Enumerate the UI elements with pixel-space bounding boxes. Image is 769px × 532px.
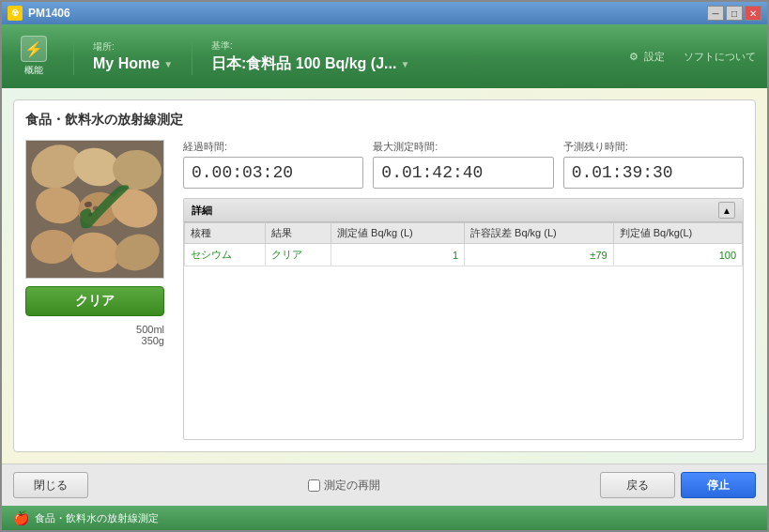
main-content: 食品・飲料水の放射線測定 bbox=[2, 88, 767, 464]
table-header-row: 核種 結果 測定値 Bq/kg (L) 許容誤差 Bq/kg (L) 判定値 B… bbox=[185, 223, 743, 244]
stop-button[interactable]: 停止 bbox=[681, 472, 756, 498]
about-section: ソフトについて bbox=[684, 50, 756, 64]
v-checkmark: ✓ bbox=[64, 166, 127, 253]
settings-label[interactable]: 設定 bbox=[644, 50, 665, 64]
volume-g: 350g bbox=[25, 335, 164, 346]
col-measured: 測定値 Bq/kg (L) bbox=[331, 223, 465, 244]
app-icon: ☢ bbox=[8, 6, 23, 21]
location-label: 場所: bbox=[93, 40, 173, 53]
cell-threshold: 100 bbox=[613, 244, 742, 266]
volume-ml: 500ml bbox=[25, 324, 164, 335]
details-header: 詳細 ▲ bbox=[184, 199, 743, 222]
remaining-label: 予測残り時間: bbox=[563, 140, 744, 154]
main-window: ☢ PM1406 ─ □ ✕ ⚡ 概能 場所: My Home ▼ 基準: 日本… bbox=[0, 0, 769, 532]
toolbar-sep1 bbox=[73, 38, 74, 75]
settings-section: ⚙ 設定 bbox=[629, 50, 665, 64]
col-threshold: 判定値 Bq/kg(L) bbox=[613, 223, 742, 244]
standard-value: 日本:食料品 100 Bq/kg (J... bbox=[211, 54, 396, 74]
remaining-section: 予測残り時間: 0.01:39:30 bbox=[563, 140, 744, 189]
remeasure-label: 測定の再開 bbox=[324, 478, 380, 494]
cell-tolerance: ±79 bbox=[465, 244, 614, 266]
status-text: 食品・飲料水の放射線測定 bbox=[35, 511, 159, 525]
details-header-label: 詳細 bbox=[192, 204, 212, 218]
location-value-row: My Home ▼ bbox=[93, 55, 173, 72]
col-tolerance: 許容誤差 Bq/kg (L) bbox=[465, 223, 614, 244]
action-right: 戻る 停止 bbox=[600, 472, 756, 498]
action-row: 閉じる 測定の再開 戻る 停止 bbox=[2, 464, 767, 506]
titlebar-controls: ─ □ ✕ bbox=[707, 6, 761, 21]
clear-button[interactable]: クリア bbox=[25, 286, 164, 316]
feature-label: 概能 bbox=[24, 64, 43, 77]
titlebar-left: ☢ PM1406 bbox=[8, 6, 70, 21]
stop-label: 停止 bbox=[707, 478, 730, 494]
location-section: 場所: My Home ▼ bbox=[93, 40, 173, 72]
window-title: PM1406 bbox=[28, 7, 70, 20]
toolbar: ⚡ 概能 場所: My Home ▼ 基準: 日本:食料品 100 Bq/kg … bbox=[2, 24, 767, 88]
standard-section: 基準: 日本:食料品 100 Bq/kg (J... ▼ bbox=[211, 39, 409, 74]
col-isotope: 核種 bbox=[185, 223, 266, 244]
scroll-up-button[interactable]: ▲ bbox=[718, 202, 735, 219]
max-value: 0.01:42:40 bbox=[373, 157, 553, 189]
back-button[interactable]: 戻る bbox=[600, 472, 675, 498]
right-panel: 経過時間: 0.00:03:20 最大測定時間: 0.01:42:40 予測残り… bbox=[183, 140, 744, 440]
action-center: 測定の再開 bbox=[308, 478, 380, 494]
action-left: 閉じる bbox=[13, 472, 88, 498]
table-row: セシウム クリア 1 ±79 100 bbox=[185, 244, 743, 266]
col-result: 結果 bbox=[266, 223, 331, 244]
standard-dropdown-icon[interactable]: ▼ bbox=[400, 59, 409, 69]
elapsed-section: 経過時間: 0.00:03:20 bbox=[183, 140, 363, 189]
location-value: My Home bbox=[93, 55, 160, 72]
titlebar: ☢ PM1406 ─ □ ✕ bbox=[2, 2, 767, 24]
volume-info: 500ml 350g bbox=[25, 324, 164, 346]
panel-body: ✓ クリア 500ml 350g 経過時間: bbox=[25, 140, 744, 440]
standard-label: 基準: bbox=[211, 39, 409, 53]
cell-isotope: セシウム bbox=[185, 244, 266, 266]
status-bar: 🍎 食品・飲料水の放射線測定 bbox=[2, 506, 767, 530]
feature-icon: ⚡ bbox=[21, 36, 47, 62]
remeasure-checkbox[interactable] bbox=[308, 479, 320, 492]
close-label: 閉じる bbox=[34, 478, 68, 494]
remaining-value: 0.01:39:30 bbox=[563, 157, 744, 189]
feature-button[interactable]: ⚡ 概能 bbox=[13, 32, 54, 81]
elapsed-value: 0.00:03:20 bbox=[183, 157, 363, 189]
max-section: 最大測定時間: 0.01:42:40 bbox=[373, 140, 553, 189]
left-panel: ✓ クリア 500ml 350g bbox=[25, 140, 164, 440]
remeasure-checkbox-label: 測定の再開 bbox=[308, 478, 380, 494]
details-table: 核種 結果 測定値 Bq/kg (L) 許容誤差 Bq/kg (L) 判定値 B… bbox=[184, 222, 743, 266]
status-icon: 🍎 bbox=[13, 510, 29, 525]
clear-label: クリア bbox=[75, 293, 115, 310]
close-button[interactable]: 閉じる bbox=[13, 472, 88, 498]
minimize-button[interactable]: ─ bbox=[707, 6, 724, 21]
cell-measured: 1 bbox=[331, 244, 465, 266]
panel-title: 食品・飲料水の放射線測定 bbox=[25, 112, 744, 129]
time-row: 経過時間: 0.00:03:20 最大測定時間: 0.01:42:40 予測残り… bbox=[183, 140, 744, 189]
toolbar-sep2 bbox=[192, 38, 192, 75]
settings-icon: ⚙ bbox=[629, 51, 638, 63]
standard-value-row: 日本:食料品 100 Bq/kg (J... ▼ bbox=[211, 54, 409, 74]
close-button[interactable]: ✕ bbox=[745, 6, 761, 21]
details-section: 詳細 ▲ 核種 結果 測定値 Bq/kg (L) 許容誤差 Bq/kg (L) bbox=[183, 198, 744, 440]
elapsed-label: 経過時間: bbox=[183, 140, 363, 154]
food-image: ✓ bbox=[25, 140, 164, 279]
max-label: 最大測定時間: bbox=[373, 140, 553, 154]
back-label: 戻る bbox=[626, 478, 649, 494]
cell-result: クリア bbox=[266, 244, 331, 266]
about-label[interactable]: ソフトについて bbox=[684, 50, 756, 64]
location-dropdown-icon[interactable]: ▼ bbox=[163, 59, 173, 69]
content-panel: 食品・飲料水の放射線測定 bbox=[13, 99, 756, 452]
maximize-button[interactable]: □ bbox=[726, 6, 743, 21]
